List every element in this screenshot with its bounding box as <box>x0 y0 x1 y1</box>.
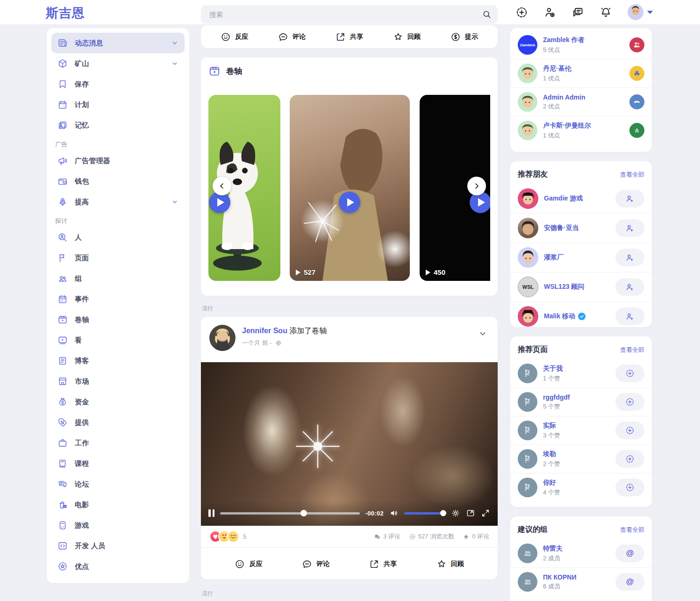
sidebar-item-movies[interactable]: 电影 <box>51 494 185 515</box>
friend-row[interactable]: WSL WSL123 顾问 <box>510 272 652 302</box>
user-name[interactable]: 卢卡斯·伊曼纽尔 <box>543 122 624 130</box>
comment-button[interactable]: 评论 <box>278 32 306 42</box>
add-friend-button[interactable] <box>615 190 644 207</box>
comment-button[interactable]: 评论 <box>302 559 329 569</box>
create-post-button[interactable] <box>515 6 528 19</box>
sidebar-item-games[interactable]: 游戏 <box>51 515 185 536</box>
profile-menu[interactable] <box>628 4 653 20</box>
react-button[interactable]: 反应 <box>221 32 248 42</box>
friend-row[interactable]: 灌浆厂 <box>510 243 652 272</box>
carousel-next-button[interactable] <box>467 177 486 195</box>
sidebar-item-offers[interactable]: 提供 <box>51 412 185 433</box>
add-friend-button[interactable] <box>615 249 644 266</box>
settings-icon[interactable] <box>451 508 460 518</box>
comments-count[interactable]: 3 评论 <box>374 532 400 541</box>
sidebar-item-saved[interactable]: 保存 <box>51 74 185 94</box>
friend-requests-button[interactable] <box>543 6 556 19</box>
sidebar-item-courses[interactable]: 课程 <box>51 453 185 474</box>
user-name[interactable]: 丹尼·基伦 <box>543 64 624 73</box>
page-name[interactable]: 你好 <box>543 479 610 487</box>
search-input[interactable] <box>201 5 498 24</box>
sidebar-item-funding[interactable]: 资金 <box>51 392 185 412</box>
join-group-button[interactable]: @ <box>615 544 644 562</box>
sidebar-item-newsfeed[interactable]: 动态消息 <box>51 33 185 53</box>
see-all-link[interactable]: 查看全部 <box>620 346 644 354</box>
page-row[interactable]: 关于我1 个赞 <box>510 359 652 388</box>
add-friend-button[interactable] <box>615 278 644 296</box>
sidebar-item-memories[interactable]: 记忆 <box>51 115 185 136</box>
review-button[interactable]: 回顾 <box>436 559 464 569</box>
like-page-button[interactable] <box>615 450 644 468</box>
like-page-button[interactable] <box>615 422 644 439</box>
sidebar-item-points[interactable]: 优点 <box>51 556 185 577</box>
sidebar-item-wallet[interactable]: 钱包 <box>51 171 185 192</box>
page-name[interactable]: 实际 <box>543 422 610 430</box>
user-name[interactable]: WSL123 顾问 <box>544 283 610 291</box>
group-row[interactable]: ПК КОРNИ6 成员 @ <box>510 568 652 596</box>
volume-handle[interactable] <box>440 510 446 516</box>
share-button[interactable]: 共享 <box>369 559 397 569</box>
page-row[interactable]: 埃勒2 个赞 <box>510 445 652 473</box>
sidebar-item-events[interactable]: 事件 <box>51 289 185 309</box>
page-name[interactable]: 埃勒 <box>543 450 610 458</box>
user-name[interactable]: Admin Admin <box>543 93 624 101</box>
page-name[interactable]: 关于我 <box>543 365 610 373</box>
reel-thumbnail[interactable]: 527 <box>290 95 410 281</box>
points-user-row[interactable]: 卢卡斯·伊曼纽尔1 优点 <box>510 116 652 144</box>
points-user-row[interactable]: Admin Admin2 优点 <box>510 88 652 116</box>
pause-button[interactable] <box>208 509 214 517</box>
user-name[interactable]: 安德鲁·亚当 <box>544 224 610 232</box>
reaction-emojis[interactable]: 5 <box>209 530 246 543</box>
sidebar-item-jobs[interactable]: 工作 <box>51 433 185 453</box>
points-user-row[interactable]: 丹尼·基伦1 优点 <box>510 59 652 88</box>
search-icon[interactable] <box>482 10 492 19</box>
user-name[interactable]: 灌浆厂 <box>544 253 610 262</box>
sidebar-item-boost[interactable]: 提高 <box>51 192 185 212</box>
add-friend-button[interactable] <box>615 219 644 237</box>
carousel-prev-button[interactable] <box>213 177 231 195</box>
page-name[interactable]: rggfdgdf <box>543 394 610 401</box>
react-button[interactable]: 反应 <box>235 559 262 569</box>
sidebar-item-reels[interactable]: 卷轴 <box>51 309 185 330</box>
user-name[interactable]: Malik 移动 <box>544 312 610 321</box>
group-row[interactable]: 特雷夫2 成员 @ <box>510 539 652 568</box>
seek-bar[interactable] <box>220 512 360 515</box>
sidebar-item-developers[interactable]: 开发 人员 <box>51 536 185 556</box>
add-friend-button[interactable] <box>615 308 644 325</box>
friend-row[interactable]: Gamdie 游戏 <box>510 184 652 214</box>
see-all-link[interactable]: 查看全部 <box>620 526 644 534</box>
join-group-button[interactable]: @ <box>615 573 644 591</box>
volume-icon[interactable] <box>389 508 399 518</box>
fullscreen-icon[interactable] <box>481 508 490 518</box>
page-row[interactable]: rggfdgdf5 个赞 <box>510 388 652 416</box>
reviews-count[interactable]: 0 评论 <box>463 532 489 541</box>
sidebar-item-plans[interactable]: 计划 <box>51 94 185 115</box>
see-all-link[interactable]: 查看全部 <box>620 171 644 179</box>
sidebar-item-forums[interactable]: 论坛 <box>51 474 185 494</box>
sidebar-item-ads-manager[interactable]: 广告管理器 <box>51 150 185 171</box>
like-page-button[interactable] <box>615 365 644 382</box>
play-button[interactable] <box>470 192 490 213</box>
page-row[interactable]: 实际3 个赞 <box>510 416 652 445</box>
tip-button[interactable]: 提示 <box>450 32 478 42</box>
post-menu-button[interactable] <box>478 329 487 338</box>
app-logo[interactable]: 斯吉恩 <box>46 5 85 21</box>
share-button[interactable]: 共享 <box>336 32 363 42</box>
messages-button[interactable] <box>571 6 584 19</box>
sidebar-item-groups[interactable]: 组 <box>51 268 185 289</box>
sidebar-item-mine[interactable]: 矿山 <box>51 53 185 74</box>
group-name[interactable]: ПК КОРNИ <box>543 573 610 581</box>
points-user-row[interactable]: Zamblek Zamblek 作者5 优点 <box>510 31 652 59</box>
user-name[interactable]: Gamdie 游戏 <box>544 194 610 203</box>
review-button[interactable]: 回顾 <box>393 32 421 42</box>
like-page-button[interactable] <box>615 479 644 496</box>
notifications-button[interactable] <box>600 6 612 19</box>
seek-handle[interactable] <box>300 510 307 516</box>
sidebar-item-market[interactable]: 市场 <box>51 371 185 392</box>
sidebar-item-watch[interactable]: 看 <box>51 330 185 351</box>
sidebar-item-blog[interactable]: 博客 <box>51 351 185 371</box>
sidebar-item-people[interactable]: 人 <box>51 227 185 248</box>
friend-row[interactable]: Malik 移动 <box>510 302 652 331</box>
volume-slider[interactable] <box>404 512 445 515</box>
pip-icon[interactable] <box>466 508 475 518</box>
